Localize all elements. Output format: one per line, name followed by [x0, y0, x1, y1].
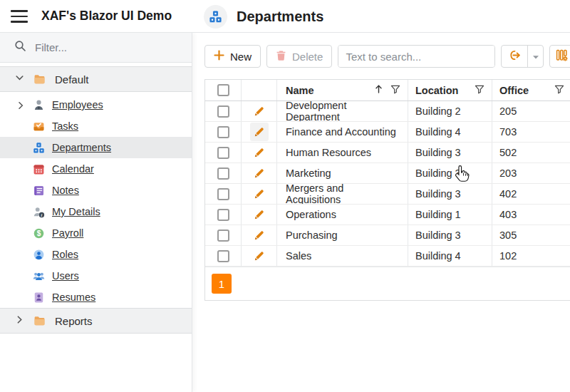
page-header: Departments: [204, 5, 323, 29]
tasks-icon: [33, 120, 45, 133]
table-row[interactable]: Operations Building 1 403: [205, 205, 570, 225]
chevron-down-icon: [532, 50, 539, 63]
chevron-right-icon[interactable]: [16, 100, 25, 113]
row-checkbox[interactable]: [217, 126, 229, 138]
row-checkbox[interactable]: [217, 167, 229, 180]
sidebar-item-resumes[interactable]: Resumes: [0, 287, 192, 308]
row-checkbox[interactable]: [217, 229, 229, 242]
sidebar-group-reports[interactable]: Reports: [0, 308, 192, 334]
chevron-right-icon[interactable]: [15, 314, 24, 327]
sidebar-item-departments[interactable]: Departments: [0, 137, 192, 158]
edit-pencil-icon[interactable]: [250, 247, 269, 265]
column-chooser-button[interactable]: [549, 45, 570, 68]
column-header-office[interactable]: Office: [492, 80, 570, 100]
export-button[interactable]: [502, 46, 527, 67]
column-header-name[interactable]: Name: [277, 80, 408, 100]
search-control: [338, 45, 495, 68]
sidebar-item-employees[interactable]: Employees: [0, 94, 192, 115]
filter-funnel-icon[interactable]: [475, 85, 484, 96]
top-app-bar: XAF's Blazor UI Demo Departments: [0, 0, 570, 33]
toolbar: New Delete: [204, 45, 570, 68]
cell-office: 402: [492, 184, 570, 204]
sidebar-item-users[interactable]: Users: [0, 265, 192, 287]
delete-button-label: Delete: [292, 51, 323, 63]
cell-name: Purchasing: [277, 225, 408, 245]
table-row[interactable]: Marketing Building 3 203: [205, 163, 570, 184]
row-checkbox[interactable]: [217, 188, 229, 200]
table-row[interactable]: Finance and Accounting Building 4 703: [205, 122, 570, 143]
folder-icon: [33, 315, 46, 327]
edit-pencil-icon[interactable]: [250, 205, 269, 224]
search-icon: [14, 40, 26, 55]
sidebar-item-label[interactable]: Payroll: [52, 227, 83, 239]
sidebar-group-default[interactable]: Default: [0, 66, 192, 92]
sidebar-item-payroll[interactable]: $ Payroll: [0, 222, 192, 244]
search-input[interactable]: [338, 46, 494, 67]
sidebar-item-roles[interactable]: Roles: [0, 244, 192, 265]
folder-icon: [33, 73, 46, 86]
sidebar-item-label[interactable]: Notes: [52, 185, 79, 196]
row-checkbox[interactable]: [217, 209, 229, 221]
cell-office: 102: [492, 246, 570, 266]
cell-office: 703: [492, 122, 570, 142]
sidebar-item-label[interactable]: Roles: [52, 249, 78, 260]
cell-location: Building 4: [408, 246, 492, 266]
edit-pencil-icon[interactable]: [250, 185, 269, 203]
row-checkbox[interactable]: [217, 105, 229, 118]
svg-text:$: $: [37, 229, 41, 237]
edit-pencil-icon[interactable]: [250, 102, 269, 120]
column-label: Office: [499, 85, 529, 96]
departments-grid: Name Location: [204, 79, 570, 301]
employees-icon: [33, 99, 45, 111]
export-dropdown-button[interactable]: [527, 46, 543, 67]
table-row[interactable]: Sales Building 4 102: [205, 246, 570, 267]
hamburger-menu-icon[interactable]: [11, 10, 28, 23]
main-content: New Delete: [193, 33, 570, 392]
row-checkbox[interactable]: [217, 250, 229, 262]
edit-pencil-icon[interactable]: [250, 123, 269, 141]
departments-icon: [33, 142, 45, 154]
filter-input[interactable]: [35, 41, 182, 53]
roles-icon: [33, 249, 45, 261]
select-all-checkbox[interactable]: [217, 84, 229, 96]
sidebar-item-label[interactable]: Users: [52, 270, 79, 282]
sidebar-item-label[interactable]: Departments: [52, 142, 111, 153]
sidebar-item-notes[interactable]: Notes: [0, 180, 192, 201]
table-row[interactable]: Mergers and Acquisitions Building 3 402: [205, 184, 570, 205]
trash-icon: [276, 50, 286, 63]
column-header-location[interactable]: Location: [408, 80, 492, 100]
cell-name: Operations: [277, 205, 408, 225]
sidebar-item-label[interactable]: My Details: [52, 206, 100, 217]
cell-name: Sales: [277, 246, 408, 266]
table-row[interactable]: Human Resources Building 3 502: [205, 143, 570, 163]
sidebar-item-label[interactable]: Tasks: [52, 120, 78, 132]
sidebar-filter: [0, 33, 192, 63]
cell-name: Human Resources: [277, 143, 408, 163]
users-icon: [33, 270, 45, 282]
grid-header-row: Name Location: [205, 80, 570, 101]
sidebar-item-my-details[interactable]: i My Details: [0, 201, 192, 222]
new-button[interactable]: New: [204, 45, 261, 68]
delete-button[interactable]: Delete: [266, 45, 332, 68]
sidebar-item-label[interactable]: Calendar: [52, 163, 94, 175]
chevron-down-icon[interactable]: [15, 73, 24, 86]
sidebar-item-label[interactable]: Employees: [52, 99, 103, 110]
cell-location: Building 4: [408, 122, 492, 142]
sort-ascending-icon: [375, 84, 383, 96]
table-row[interactable]: Development Department Building 2 205: [205, 101, 570, 122]
edit-pencil-icon[interactable]: [250, 226, 269, 244]
filter-funnel-icon[interactable]: [554, 85, 564, 96]
search-button[interactable]: [494, 46, 495, 67]
sidebar-item-calendar[interactable]: Calendar: [0, 158, 192, 180]
row-checkbox[interactable]: [217, 147, 229, 159]
sidebar-item-label[interactable]: Resumes: [52, 292, 95, 303]
page-1-button[interactable]: 1: [212, 274, 232, 294]
edit-pencil-icon[interactable]: [250, 164, 269, 182]
sidebar-item-tasks[interactable]: Tasks: [0, 115, 192, 137]
edit-pencil-icon[interactable]: [250, 143, 269, 162]
filter-funnel-icon[interactable]: [390, 85, 400, 96]
resumes-icon: [33, 292, 45, 304]
page-title: Departments: [237, 9, 323, 25]
table-row[interactable]: Purchasing Building 3 305: [205, 225, 570, 246]
column-label: Name: [286, 85, 314, 96]
